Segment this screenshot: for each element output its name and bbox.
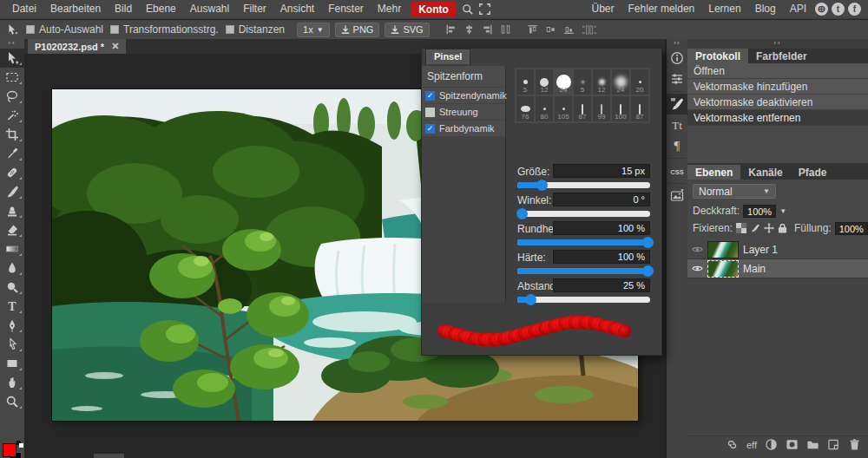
brush-preset-87[interactable]: 87	[630, 95, 649, 122]
menu-ansicht[interactable]: Ansicht	[273, 0, 321, 18]
menu-auswahl[interactable]: Auswahl	[183, 0, 236, 18]
option-transformationsstrg[interactable]: Transformationsstrg.	[110, 23, 219, 36]
effects-button[interactable]: eff	[746, 440, 757, 450]
default-colors-icon[interactable]	[16, 441, 23, 448]
panel-collapse[interactable]: ›‹	[687, 39, 868, 49]
brush-preset-80[interactable]: 80	[535, 95, 554, 122]
delete-icon[interactable]	[848, 438, 861, 451]
slider-value-input[interactable]: 100 %	[553, 221, 650, 235]
path-select-tool[interactable]	[0, 335, 24, 354]
adjustment-icon[interactable]	[765, 438, 778, 451]
menu-mehr[interactable]: Mehr	[371, 0, 408, 18]
align-top-icon[interactable]	[527, 24, 538, 35]
zoom-select[interactable]: 1x▼	[297, 23, 330, 37]
visibility-eye-icon[interactable]	[691, 265, 703, 272]
layer-thumbnail[interactable]	[708, 261, 738, 277]
info-icon[interactable]	[667, 48, 687, 69]
checkbox-icon[interactable]	[26, 25, 35, 34]
menu-bearbeiten[interactable]: Bearbeiten	[43, 0, 108, 18]
foreground-color-swatch[interactable]	[3, 443, 16, 457]
brush-tool[interactable]	[0, 182, 24, 201]
marquee-tool[interactable]	[0, 68, 24, 87]
align-right-icon[interactable]	[482, 24, 493, 35]
move-tool[interactable]	[0, 49, 24, 68]
distribute-h-icon[interactable]	[500, 24, 511, 35]
crop-tool[interactable]	[0, 125, 24, 144]
facebook-icon[interactable]: f	[848, 3, 861, 16]
slider-track[interactable]	[517, 211, 650, 217]
status-bar-chip[interactable]	[94, 454, 124, 458]
slider-thumb[interactable]	[642, 237, 654, 248]
slider-thumb[interactable]	[525, 294, 536, 305]
layer-row[interactable]: Main	[687, 259, 868, 278]
tip-shape-item[interactable]: Spitzenform	[422, 66, 505, 87]
brush-preset-12[interactable]: 12	[535, 69, 554, 95]
css-icon[interactable]: CSS	[667, 160, 687, 181]
brush-preset-12[interactable]: 12	[592, 69, 611, 95]
tab-farbfelder[interactable]: Farbfelder	[748, 49, 815, 63]
align-bottom-icon[interactable]	[563, 24, 575, 35]
brush-preset-24[interactable]: 24	[554, 69, 573, 95]
character-icon[interactable]: Tt	[667, 114, 687, 135]
lasso-tool[interactable]	[0, 87, 24, 106]
layer-thumbnail[interactable]	[708, 242, 738, 258]
distribute-v-icon[interactable]	[582, 25, 597, 35]
history-step[interactable]: Vektormaske hinzufügen	[687, 79, 868, 95]
menu-datei[interactable]: Datei	[5, 0, 43, 18]
slider-track[interactable]	[517, 239, 650, 245]
image-export-icon[interactable]	[667, 186, 687, 206]
history-step[interactable]: Öffnen	[687, 63, 868, 79]
slider-track[interactable]	[517, 182, 650, 188]
option-autoauswahl[interactable]: Auto-Auswahl	[26, 23, 103, 36]
brush-preset-24[interactable]: 24	[611, 69, 630, 95]
strip-collapse[interactable]: ‹›	[667, 39, 687, 48]
opacity-dropdown-icon[interactable]: ▼	[779, 207, 786, 215]
brush-preset-5[interactable]: 5	[573, 69, 592, 95]
slider-track[interactable]	[517, 268, 650, 274]
account-button[interactable]: Konto	[411, 2, 456, 17]
new-layer-icon[interactable]	[827, 438, 840, 451]
zoom-tool[interactable]	[0, 392, 24, 411]
brush-settings-icon[interactable]	[667, 94, 687, 114]
type-tool[interactable]: T	[0, 297, 24, 316]
checkbox-icon[interactable]	[226, 25, 234, 34]
checkbox-icon[interactable]	[110, 25, 119, 34]
toolbar-collapse[interactable]: ›‹	[0, 39, 24, 49]
document-tab[interactable]: P1020232.psd * ✕	[28, 39, 126, 54]
lock-all-icon[interactable]	[778, 223, 787, 234]
link-fehler-melden[interactable]: Fehler melden	[623, 0, 700, 18]
toggle-farbdynamik[interactable]: ✓Farbdynamik	[422, 121, 505, 136]
opacity-value[interactable]: 100%	[743, 205, 776, 218]
tab-ebenen[interactable]: Ebenen	[687, 165, 740, 180]
eyedropper-tool[interactable]	[0, 144, 24, 163]
brush-preset-87[interactable]: 87	[573, 95, 592, 122]
align-center-icon[interactable]	[464, 24, 475, 35]
layer-row[interactable]: Layer 1	[687, 240, 868, 259]
tab-protokoll[interactable]: Protokoll	[687, 49, 748, 63]
lock-position-icon[interactable]	[764, 223, 774, 234]
tab-pfade[interactable]: Pfade	[791, 165, 835, 180]
slider-value-input[interactable]: 0 °	[553, 193, 650, 206]
eraser-tool[interactable]	[0, 220, 24, 239]
dodge-tool[interactable]	[0, 278, 24, 297]
menu-filter[interactable]: Filter	[236, 0, 273, 18]
brush-preset-5[interactable]: 5	[516, 69, 535, 95]
paragraph-icon[interactable]: ¶	[667, 135, 687, 156]
blend-mode-select[interactable]: Normal▼	[693, 184, 776, 199]
toggle-streuung[interactable]: Streuung	[422, 104, 505, 120]
gradient-tool[interactable]	[0, 239, 24, 258]
checkbox-icon[interactable]: ✓	[425, 91, 435, 101]
fullscreen-icon[interactable]	[477, 3, 494, 16]
clone-stamp-tool[interactable]	[0, 201, 24, 220]
brush-preset-76[interactable]: 76	[516, 95, 535, 122]
option-distanzen[interactable]: Distanzen	[226, 23, 285, 36]
lock-pixels-icon[interactable]	[750, 223, 760, 234]
menu-bild[interactable]: Bild	[108, 0, 139, 18]
align-left-icon[interactable]	[445, 24, 457, 35]
link-blog[interactable]: Blog	[750, 0, 781, 18]
link-lernen[interactable]: Lernen	[703, 0, 746, 18]
checkbox-icon[interactable]	[425, 108, 435, 117]
search-icon[interactable]	[459, 3, 477, 16]
menu-ebene[interactable]: Ebene	[139, 0, 183, 18]
slider-value-input[interactable]: 100 %	[553, 250, 650, 264]
